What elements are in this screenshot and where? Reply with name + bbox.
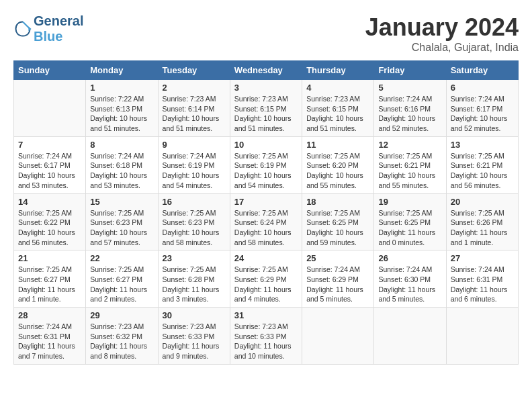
calendar-day-cell: 25Sunrise: 7:24 AM Sunset: 6:29 PM Dayli… — [302, 250, 374, 308]
month-title: January 2024 — [365, 13, 519, 42]
day-info: Sunrise: 7:23 AM Sunset: 6:32 PM Dayligh… — [90, 322, 153, 361]
day-info: Sunrise: 7:25 AM Sunset: 6:21 PM Dayligh… — [451, 151, 514, 191]
calendar-week-row: 28Sunrise: 7:24 AM Sunset: 6:31 PM Dayli… — [14, 308, 519, 365]
title-area: January 2024 Chalala, Gujarat, India — [365, 13, 519, 54]
calendar-day-cell — [446, 308, 518, 365]
day-number: 14 — [18, 197, 81, 207]
day-info: Sunrise: 7:25 AM Sunset: 6:23 PM Dayligh… — [90, 208, 153, 248]
day-info: Sunrise: 7:25 AM Sunset: 6:20 PM Dayligh… — [306, 151, 369, 191]
day-number: 22 — [90, 253, 153, 263]
day-info: Sunrise: 7:23 AM Sunset: 6:15 PM Dayligh… — [234, 94, 298, 134]
day-info: Sunrise: 7:25 AM Sunset: 6:25 PM Dayligh… — [306, 208, 369, 248]
day-number: 12 — [378, 140, 441, 150]
day-number: 31 — [234, 310, 298, 320]
day-number: 27 — [451, 253, 514, 263]
day-number: 10 — [234, 140, 298, 150]
calendar-day-cell: 6Sunrise: 7:24 AM Sunset: 6:17 PM Daylig… — [446, 80, 518, 137]
calendar-day-cell: 18Sunrise: 7:25 AM Sunset: 6:25 PM Dayli… — [302, 193, 374, 250]
calendar-day-cell — [302, 308, 374, 365]
weekday-header: Monday — [86, 61, 158, 80]
calendar-day-cell: 10Sunrise: 7:25 AM Sunset: 6:19 PM Dayli… — [230, 136, 302, 193]
day-info: Sunrise: 7:22 AM Sunset: 6:13 PM Dayligh… — [90, 94, 153, 134]
day-info: Sunrise: 7:25 AM Sunset: 6:22 PM Dayligh… — [18, 208, 81, 248]
day-info: Sunrise: 7:24 AM Sunset: 6:30 PM Dayligh… — [378, 265, 441, 304]
day-number: 4 — [306, 83, 369, 93]
calendar-day-cell: 1Sunrise: 7:22 AM Sunset: 6:13 PM Daylig… — [86, 80, 158, 137]
day-number: 7 — [18, 140, 81, 150]
day-number: 25 — [306, 253, 369, 263]
day-info: Sunrise: 7:24 AM Sunset: 6:16 PM Dayligh… — [378, 94, 441, 134]
day-info: Sunrise: 7:24 AM Sunset: 6:29 PM Dayligh… — [306, 265, 369, 304]
day-info: Sunrise: 7:25 AM Sunset: 6:21 PM Dayligh… — [378, 151, 441, 191]
day-info: Sunrise: 7:23 AM Sunset: 6:33 PM Dayligh… — [234, 322, 298, 361]
logo-text: GeneralBlue — [34, 13, 83, 44]
day-number: 5 — [378, 83, 441, 93]
day-info: Sunrise: 7:25 AM Sunset: 6:29 PM Dayligh… — [234, 265, 298, 304]
calendar-day-cell: 24Sunrise: 7:25 AM Sunset: 6:29 PM Dayli… — [230, 250, 302, 308]
page-header: GeneralBlue January 2024 Chalala, Gujara… — [13, 13, 519, 54]
calendar-day-cell: 22Sunrise: 7:25 AM Sunset: 6:27 PM Dayli… — [86, 250, 158, 308]
weekday-header: Thursday — [302, 61, 374, 80]
day-number: 3 — [234, 83, 298, 93]
calendar-table: SundayMondayTuesdayWednesdayThursdayFrid… — [13, 60, 519, 365]
day-info: Sunrise: 7:25 AM Sunset: 6:24 PM Dayligh… — [234, 208, 298, 248]
day-info: Sunrise: 7:23 AM Sunset: 6:14 PM Dayligh… — [163, 94, 226, 134]
calendar-day-cell: 7Sunrise: 7:24 AM Sunset: 6:17 PM Daylig… — [14, 136, 86, 193]
day-info: Sunrise: 7:25 AM Sunset: 6:19 PM Dayligh… — [234, 151, 298, 191]
calendar-day-cell: 26Sunrise: 7:24 AM Sunset: 6:30 PM Dayli… — [374, 250, 446, 308]
calendar-day-cell: 5Sunrise: 7:24 AM Sunset: 6:16 PM Daylig… — [374, 80, 446, 137]
weekday-header: Sunday — [14, 61, 86, 80]
day-number: 30 — [163, 310, 226, 320]
day-number: 26 — [378, 253, 441, 263]
calendar-day-cell: 19Sunrise: 7:25 AM Sunset: 6:25 PM Dayli… — [374, 193, 446, 250]
day-number: 16 — [163, 197, 226, 207]
calendar-day-cell: 8Sunrise: 7:24 AM Sunset: 6:18 PM Daylig… — [86, 136, 158, 193]
day-info: Sunrise: 7:24 AM Sunset: 6:18 PM Dayligh… — [90, 151, 153, 191]
day-info: Sunrise: 7:24 AM Sunset: 6:17 PM Dayligh… — [451, 94, 514, 134]
day-number: 29 — [90, 310, 153, 320]
day-number: 20 — [451, 197, 514, 207]
day-info: Sunrise: 7:24 AM Sunset: 6:31 PM Dayligh… — [451, 265, 514, 304]
day-info: Sunrise: 7:25 AM Sunset: 6:27 PM Dayligh… — [18, 265, 81, 304]
day-number: 17 — [234, 197, 298, 207]
calendar-day-cell: 11Sunrise: 7:25 AM Sunset: 6:20 PM Dayli… — [302, 136, 374, 193]
calendar-day-cell: 20Sunrise: 7:25 AM Sunset: 6:26 PM Dayli… — [446, 193, 518, 250]
calendar-day-cell: 27Sunrise: 7:24 AM Sunset: 6:31 PM Dayli… — [446, 250, 518, 308]
calendar-day-cell: 21Sunrise: 7:25 AM Sunset: 6:27 PM Dayli… — [14, 250, 86, 308]
calendar-day-cell: 30Sunrise: 7:23 AM Sunset: 6:33 PM Dayli… — [158, 308, 230, 365]
day-info: Sunrise: 7:25 AM Sunset: 6:23 PM Dayligh… — [163, 208, 226, 248]
day-number: 2 — [163, 83, 226, 93]
calendar-week-row: 21Sunrise: 7:25 AM Sunset: 6:27 PM Dayli… — [14, 250, 519, 308]
calendar-day-cell: 28Sunrise: 7:24 AM Sunset: 6:31 PM Dayli… — [14, 308, 86, 365]
calendar-day-cell — [14, 80, 86, 137]
calendar-week-row: 7Sunrise: 7:24 AM Sunset: 6:17 PM Daylig… — [14, 136, 519, 193]
calendar-day-cell: 4Sunrise: 7:23 AM Sunset: 6:15 PM Daylig… — [302, 80, 374, 137]
calendar-day-cell — [374, 308, 446, 365]
weekday-header-row: SundayMondayTuesdayWednesdayThursdayFrid… — [14, 61, 519, 80]
day-number: 23 — [163, 253, 226, 263]
calendar-day-cell: 12Sunrise: 7:25 AM Sunset: 6:21 PM Dayli… — [374, 136, 446, 193]
day-number: 6 — [451, 83, 514, 93]
calendar-week-row: 14Sunrise: 7:25 AM Sunset: 6:22 PM Dayli… — [14, 193, 519, 250]
day-number: 9 — [163, 140, 226, 150]
day-number: 15 — [90, 197, 153, 207]
day-info: Sunrise: 7:25 AM Sunset: 6:25 PM Dayligh… — [378, 208, 441, 248]
day-info: Sunrise: 7:25 AM Sunset: 6:27 PM Dayligh… — [90, 265, 153, 304]
day-info: Sunrise: 7:24 AM Sunset: 6:31 PM Dayligh… — [18, 322, 81, 361]
logo: GeneralBlue — [13, 13, 83, 44]
weekday-header: Friday — [374, 61, 446, 80]
day-info: Sunrise: 7:25 AM Sunset: 6:28 PM Dayligh… — [163, 265, 226, 304]
calendar-day-cell: 9Sunrise: 7:24 AM Sunset: 6:19 PM Daylig… — [158, 136, 230, 193]
calendar-day-cell: 17Sunrise: 7:25 AM Sunset: 6:24 PM Dayli… — [230, 193, 302, 250]
day-number: 11 — [306, 140, 369, 150]
weekday-header: Tuesday — [158, 61, 230, 80]
weekday-header: Saturday — [446, 61, 518, 80]
weekday-header: Wednesday — [230, 61, 302, 80]
location: Chalala, Gujarat, India — [365, 42, 519, 54]
calendar-day-cell: 31Sunrise: 7:23 AM Sunset: 6:33 PM Dayli… — [230, 308, 302, 365]
day-info: Sunrise: 7:24 AM Sunset: 6:17 PM Dayligh… — [18, 151, 81, 191]
day-info: Sunrise: 7:24 AM Sunset: 6:19 PM Dayligh… — [163, 151, 226, 191]
day-info: Sunrise: 7:23 AM Sunset: 6:33 PM Dayligh… — [163, 322, 226, 361]
logo-icon — [13, 19, 32, 38]
day-number: 19 — [378, 197, 441, 207]
